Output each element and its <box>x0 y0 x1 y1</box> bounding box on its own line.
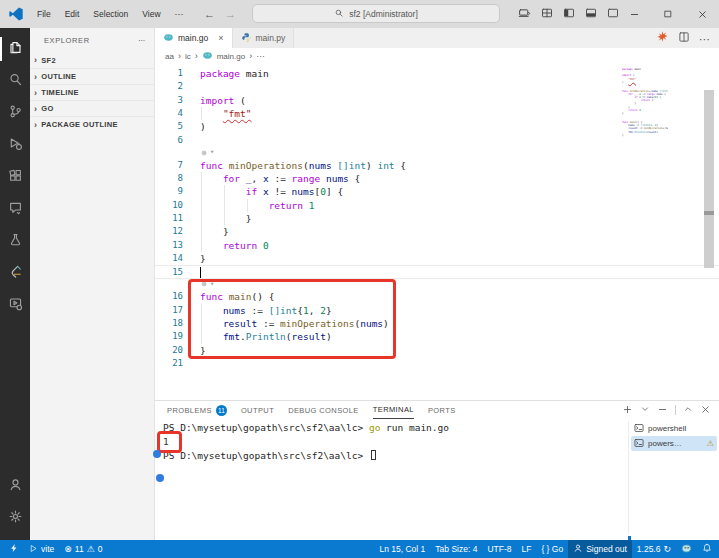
gear-run-icon[interactable]: ▾ <box>200 147 214 159</box>
activity-leetcode[interactable] <box>0 257 30 289</box>
go-version[interactable]: 1.25.6↻ <box>632 540 676 558</box>
menu-file[interactable]: File <box>30 4 58 24</box>
close-button[interactable] <box>685 0 719 28</box>
panel-tab-output[interactable]: OUTPUT <box>241 401 274 419</box>
code-editor[interactable]: 1package main23import (4 "fmt"5)6▾7func … <box>155 64 719 400</box>
code-line-19[interactable]: 19 fmt.Println(result) <box>155 330 719 343</box>
language-mode[interactable]: { } Go <box>536 540 568 558</box>
activity-explorer[interactable] <box>0 33 30 65</box>
panel-bottom-icon[interactable] <box>585 7 597 21</box>
activity-accounts[interactable] <box>0 470 30 502</box>
bell-icon <box>702 543 712 555</box>
activity-extensions[interactable] <box>0 161 30 193</box>
minimap[interactable]: package mainimport ( "fmt")func minOpera… <box>622 68 668 140</box>
minimize-button[interactable] <box>617 0 651 28</box>
activity-settings[interactable] <box>0 502 30 534</box>
panel-tab-ports[interactable]: PORTS <box>428 401 456 419</box>
code-line-21[interactable]: 21 <box>155 357 719 370</box>
remote-window-icon[interactable] <box>518 7 531 22</box>
panel-left-icon[interactable] <box>563 7 575 21</box>
plus-icon[interactable] <box>622 404 633 417</box>
remote-indicator[interactable] <box>4 540 24 558</box>
menu-more[interactable]: ⋯ <box>168 4 191 24</box>
terminal-output[interactable]: PS D:\mysetup\gopath\src\sf2\aa\lc> go r… <box>163 421 625 540</box>
run-decoration[interactable]: ▾ <box>155 279 719 291</box>
explorer-icon <box>8 40 23 59</box>
sidebar-section-package-outline[interactable]: ›PACKAGE OUTLINE <box>30 116 154 132</box>
split-editor-icon[interactable] <box>678 29 690 47</box>
gear-run-icon[interactable]: ▾ <box>200 279 214 291</box>
encoding[interactable]: UTF-8 <box>482 540 516 558</box>
more-dots-icon[interactable]: ⋯ <box>699 29 711 47</box>
close-icon[interactable] <box>700 404 711 417</box>
cursor-position[interactable]: Ln 15, Col 1 <box>374 540 430 558</box>
code-line-9[interactable]: 9 if x != nums[0] { <box>155 185 719 198</box>
activity-source-control[interactable] <box>0 97 30 129</box>
menu-selection[interactable]: Selection <box>86 4 135 24</box>
problems-status[interactable]: ⊗11⚠0 <box>59 540 107 558</box>
menu-edit[interactable]: Edit <box>58 4 87 24</box>
panel-tab-debug-console[interactable]: DEBUG CONSOLE <box>288 401 359 419</box>
run-starburst-icon[interactable] <box>656 29 669 47</box>
tab-close-icon[interactable]: × <box>218 33 223 43</box>
notifications[interactable] <box>697 540 717 558</box>
code-line-17[interactable]: 17 nums := []int{1, 2} <box>155 304 719 317</box>
breadcrumb-item-file[interactable]: main.go <box>217 52 245 61</box>
layout-grid-icon[interactable] <box>541 7 553 21</box>
chevron-right-icon: › <box>34 71 37 81</box>
tab-main.go[interactable]: main.go× <box>155 28 233 48</box>
chevron-down-icon[interactable] <box>640 404 650 416</box>
line-number: 3 <box>155 94 183 107</box>
account-status[interactable]: Signed out <box>568 540 632 558</box>
panel-tab-problems[interactable]: PROBLEMS11 <box>167 401 227 419</box>
breadcrumb-separator: › <box>178 51 181 61</box>
forward-button[interactable]: → <box>225 8 236 20</box>
problems-badge: 11 <box>216 405 227 416</box>
eol[interactable]: LF <box>516 540 536 558</box>
activity-run-debug[interactable] <box>0 129 30 161</box>
breadcrumb-item[interactable]: aa <box>165 52 174 61</box>
editor-scrollbar[interactable] <box>704 90 714 268</box>
run-decoration[interactable]: ▾ <box>155 147 719 159</box>
explorer-sidebar: EXPLORER ⋯ ›SF2›OUTLINE›TIMELINE›GO›PACK… <box>30 28 155 540</box>
code-line-13[interactable]: 13 return 0 <box>155 239 719 252</box>
maximize-button[interactable] <box>651 0 685 28</box>
back-button[interactable]: ← <box>204 8 215 20</box>
sidebar-section-go[interactable]: ›GO <box>30 100 154 116</box>
menu-view[interactable]: View <box>135 4 167 24</box>
code-line-8[interactable]: 8 for _, x := range nums { <box>155 172 719 185</box>
activity-remote-media[interactable] <box>0 289 30 321</box>
breadcrumb-item[interactable]: lc <box>185 52 191 61</box>
line-text: ) <box>200 120 206 133</box>
breadcrumb[interactable]: aa›lc›main.go›⋯ <box>155 48 719 64</box>
activity-search[interactable] <box>0 65 30 97</box>
panel-tab-terminal[interactable]: TERMINAL <box>373 401 414 419</box>
terminal-instance-powershell[interactable]: powershell <box>631 421 717 436</box>
dash-icon[interactable] <box>657 404 668 417</box>
gopher-status[interactable] <box>676 540 697 558</box>
tab-main.py[interactable]: main.py <box>233 28 295 48</box>
tab-size[interactable]: Tab Size: 4 <box>430 540 482 558</box>
sidebar-section-outline[interactable]: ›OUTLINE <box>30 68 154 84</box>
code-line-15[interactable]: 15 <box>155 265 719 278</box>
code-line-16[interactable]: 16func main() { <box>155 290 719 303</box>
code-line-12[interactable]: 12 } <box>155 225 719 238</box>
sidebar-section-sf2[interactable]: ›SF2 <box>30 52 154 68</box>
search-icon <box>8 72 23 91</box>
code-line-14[interactable]: 14} <box>155 252 719 265</box>
task-vite[interactable]: vite <box>24 540 59 558</box>
activity-testing[interactable] <box>0 225 30 257</box>
command-center-search[interactable]: sf2 [Administrator] <box>252 4 500 23</box>
code-line-11[interactable]: 11 } <box>155 212 719 225</box>
code-line-7[interactable]: 7func minOperations(nums []int) int { <box>155 159 719 172</box>
sidebar-more-actions[interactable]: ⋯ <box>138 36 146 45</box>
code-line-20[interactable]: 20} <box>155 344 719 357</box>
activity-chat[interactable] <box>0 193 30 225</box>
terminal-instance-powers[interactable]: powers…⚠ <box>631 436 717 451</box>
line-number: 5 <box>155 120 183 133</box>
code-line-10[interactable]: 10 return 1 <box>155 199 719 212</box>
chevron-up-icon[interactable] <box>683 404 693 416</box>
sidebar-section-timeline[interactable]: ›TIMELINE <box>30 84 154 100</box>
code-line-18[interactable]: 18 result := minOperations(nums) <box>155 317 719 330</box>
breadcrumb-symbol[interactable]: ⋯ <box>256 52 264 61</box>
